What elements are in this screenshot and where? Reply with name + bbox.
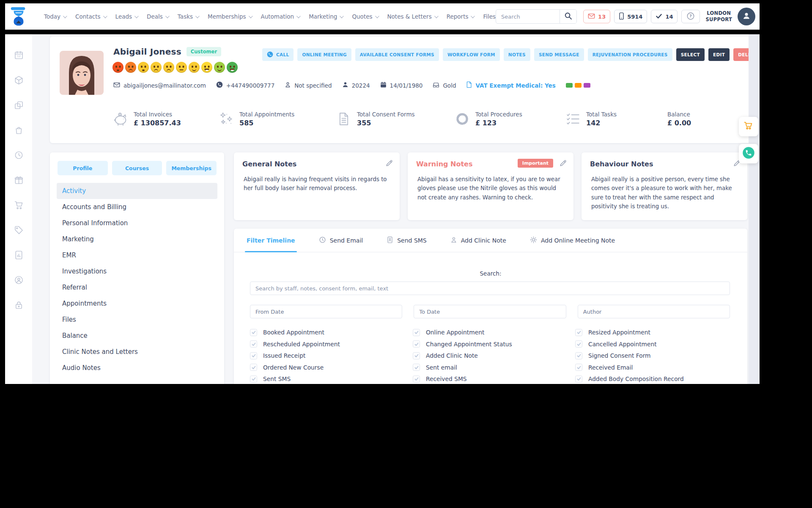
checkbox[interactable]: [250, 329, 257, 336]
support-person-icon[interactable]: [14, 275, 24, 285]
edit-button[interactable]: EDIT: [708, 48, 730, 61]
sidebar-item[interactable]: Appointments: [57, 295, 217, 312]
checkbox[interactable]: [575, 352, 582, 359]
rejuvenation-procedures-button[interactable]: REJUVENATION PROCEDURES: [588, 48, 672, 61]
sidebar-item[interactable]: Accounts and Billing: [57, 199, 217, 215]
report-chart-icon[interactable]: [14, 250, 24, 260]
copy-icon[interactable]: [14, 100, 24, 110]
sidebar-item[interactable]: Referral: [57, 279, 217, 295]
checkbox[interactable]: [575, 329, 582, 336]
filter-checkbox-row[interactable]: Sent SMS: [250, 375, 413, 383]
checkbox[interactable]: [413, 340, 420, 348]
checkbox[interactable]: [250, 340, 257, 348]
user-avatar[interactable]: [738, 8, 755, 25]
sidebar-item[interactable]: Marketing: [57, 231, 217, 247]
checkbox[interactable]: [575, 340, 582, 348]
filter-checkbox-row[interactable]: Rescheduled Appointment: [250, 340, 413, 348]
nav-item[interactable]: Today: [44, 13, 66, 20]
satisfaction-emoji[interactable]: [163, 62, 174, 73]
sidebar-item[interactable]: Audio Notes: [57, 360, 217, 376]
package-icon[interactable]: [14, 75, 24, 85]
edit-pencil-icon[interactable]: [385, 159, 393, 167]
author-input[interactable]: [578, 305, 730, 318]
customer-phone[interactable]: +447490009777: [216, 81, 274, 89]
tasks-badge[interactable]: 14: [651, 10, 678, 23]
select-button[interactable]: SELECT: [676, 48, 705, 61]
filter-checkbox-row[interactable]: Resized Appointment: [575, 329, 739, 336]
satisfaction-emoji[interactable]: [125, 62, 136, 73]
filter-checkbox-row[interactable]: Ordered New Course: [250, 364, 413, 371]
from-date-input[interactable]: [250, 305, 402, 318]
mail-badge[interactable]: 13: [583, 10, 610, 23]
satisfaction-emoji[interactable]: [189, 62, 200, 73]
tab-memberships[interactable]: Memberships: [166, 161, 217, 175]
filter-checkbox-row[interactable]: Changed Appointment Status: [413, 340, 575, 348]
checkbox[interactable]: [413, 364, 420, 371]
nav-item[interactable]: Files: [483, 13, 496, 20]
shopping-bag-icon[interactable]: [14, 125, 24, 135]
tab-add-clinic-note[interactable]: Add Clinic Note: [450, 229, 506, 252]
sidebar-item[interactable]: Files: [57, 312, 217, 328]
scrollbar[interactable]: [749, 34, 760, 384]
nav-item[interactable]: Quotes: [352, 13, 378, 20]
edit-pencil-icon[interactable]: [559, 159, 567, 167]
phone-badge[interactable]: 5914: [614, 10, 647, 23]
nav-item[interactable]: Leads: [115, 13, 137, 20]
tab-send-email[interactable]: Send Email: [319, 229, 363, 252]
tab-profile[interactable]: Profile: [58, 161, 108, 175]
workflow-form-button[interactable]: WORKFLOW FORM: [443, 48, 500, 61]
to-date-input[interactable]: [414, 305, 566, 318]
filter-checkbox-row[interactable]: Signed Consent Form: [575, 352, 739, 359]
sidebar-item[interactable]: Investigations: [57, 263, 217, 279]
sidebar-item[interactable]: Balance: [57, 328, 217, 344]
available-consent-forms-button[interactable]: AVAILABLE CONSENT FORMS: [355, 48, 439, 61]
checkbox[interactable]: [575, 364, 582, 371]
price-tag-icon[interactable]: [14, 225, 24, 235]
tab-send-sms[interactable]: Send SMS: [387, 229, 427, 252]
history-clock-icon[interactable]: [14, 150, 24, 160]
timeline-search-input[interactable]: [250, 282, 730, 295]
nav-item[interactable]: Marketing: [309, 13, 343, 20]
send-message-button[interactable]: SEND MESSAGE: [534, 48, 584, 61]
satisfaction-emoji[interactable]: [112, 62, 123, 73]
tab-add-online-meeting-note[interactable]: Add Online Meeting Note: [530, 229, 615, 252]
help-badge[interactable]: ?: [681, 10, 700, 23]
checkbox[interactable]: [575, 375, 582, 383]
checkbox[interactable]: [250, 352, 257, 359]
filter-checkbox-row[interactable]: Added Body Composition Record: [575, 375, 739, 383]
floating-whatsapp-button[interactable]: [739, 144, 758, 163]
calendar-12-icon[interactable]: 12: [14, 50, 24, 60]
filter-checkbox-row[interactable]: Booked Appointment: [250, 329, 413, 336]
satisfaction-emoji[interactable]: [201, 62, 212, 73]
filter-checkbox-row[interactable]: Received SMS: [413, 375, 575, 383]
nav-item[interactable]: Automation: [261, 13, 300, 20]
notes-button[interactable]: NOTES: [504, 48, 530, 61]
gift-icon[interactable]: [14, 175, 24, 185]
tab-filter-timeline[interactable]: Filter Timeline: [247, 229, 295, 252]
customer-email[interactable]: abigailjones@mailinator.com: [113, 82, 206, 89]
checkbox[interactable]: [250, 364, 257, 371]
checkbox[interactable]: [413, 375, 420, 383]
sidebar-item[interactable]: Activity: [57, 183, 217, 199]
filter-checkbox-row[interactable]: Added Clinic Note: [413, 352, 575, 359]
call-button[interactable]: CALL: [262, 48, 294, 61]
satisfaction-emoji[interactable]: [227, 62, 238, 73]
satisfaction-emoji[interactable]: [176, 62, 187, 73]
checkbox[interactable]: [413, 352, 420, 359]
online-meeting-button[interactable]: ONLINE MEETING: [297, 48, 351, 61]
padlock-icon[interactable]: [14, 300, 24, 310]
app-logo-icon[interactable]: [9, 6, 28, 27]
checkbox[interactable]: [250, 375, 257, 383]
nav-item[interactable]: Contacts: [75, 13, 106, 20]
filter-checkbox-row[interactable]: Cancelled Appointment: [575, 340, 739, 348]
tab-courses[interactable]: Courses: [112, 161, 162, 175]
cart-icon[interactable]: [14, 200, 24, 210]
filter-checkbox-row[interactable]: Received Email: [575, 364, 739, 371]
satisfaction-emoji[interactable]: [214, 62, 225, 73]
floating-cart-button[interactable]: [739, 117, 758, 136]
nav-item[interactable]: Notes & Letters: [387, 13, 437, 20]
sidebar-item[interactable]: Personal Information: [57, 215, 217, 231]
nav-item[interactable]: Deals: [147, 13, 168, 20]
satisfaction-emoji[interactable]: [138, 62, 149, 73]
nav-item[interactable]: Memberships: [208, 13, 251, 20]
